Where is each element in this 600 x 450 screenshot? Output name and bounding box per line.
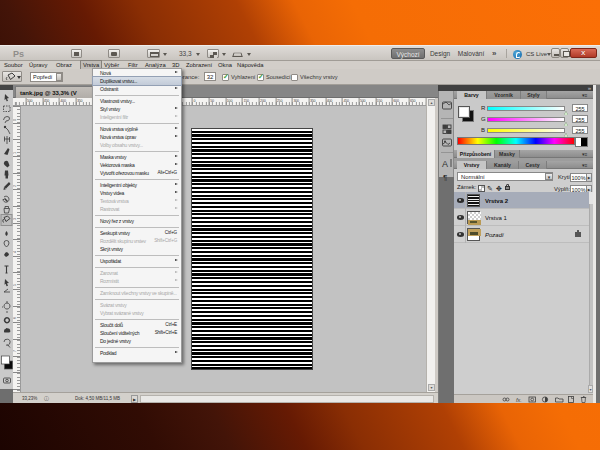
svg-text:¶: ¶ xyxy=(443,173,447,182)
svg-text:A: A xyxy=(442,159,448,169)
svg-text:fx.: fx. xyxy=(516,397,522,403)
